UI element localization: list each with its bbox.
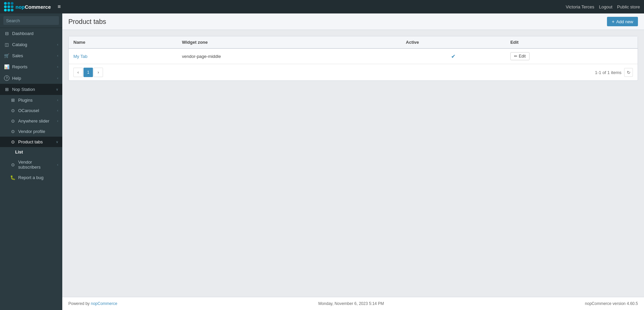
menu-toggle-button[interactable]: ≡ [56,4,63,10]
sidebar-item-dashboard[interactable]: ⊟ Dashboard [0,28,62,39]
powered-by-text: Powered by [68,301,90,306]
sidebar-item-reports-label: Reports [12,64,55,69]
catalog-arrow: ‹ [57,43,58,46]
next-page-button[interactable]: › [94,68,103,77]
topbar-right: Victoria Terces Logout Public store [566,4,640,9]
sidebar-item-help-label: Help [12,76,55,81]
nop-station-sub: ⊞ Plugins ‹ ⊙ OCarousel ‹ ⊙ Anywhere sli… [0,95,62,183]
sidebar-item-product-tabs[interactable]: ⊙ Product tabs ∨ [0,137,62,147]
vendor-subscribers-icon: ⊙ [10,162,15,167]
pagination-row: ‹ 1 › 1-1 of 1 items ↻ [69,64,638,80]
footer: Powered by nopCommerce Monday, November … [62,297,644,310]
sidebar-item-catalog[interactable]: ◫ Catalog ‹ [0,39,62,50]
anywhere-slider-icon: ⊙ [10,118,15,124]
product-tabs-label: Product tabs [18,139,43,144]
sidebar-item-list[interactable]: List [0,147,62,157]
report-bug-icon: 🐛 [10,175,15,180]
vendor-subscribers-label: Vendor subscribers [18,160,55,170]
cell-widget-zone: vendor-page-middle [177,48,401,64]
product-tabs-table: Name Widget zone Active Edit My Tab [69,36,638,64]
logo-dots [4,2,13,11]
prev-page-button[interactable]: ‹ [73,68,83,77]
logo-text: nopCommerce [15,4,51,10]
refresh-icon: ↻ [627,70,631,75]
plugins-arrow: ‹ [57,98,58,102]
catalog-icon: ◫ [4,42,9,47]
page-1-button[interactable]: 1 [83,68,93,77]
anywhere-slider-arrow: ‹ [57,119,58,123]
add-new-label: Add new [616,19,633,24]
content-area: Name Widget zone Active Edit My Tab [62,30,644,297]
search-wrap [3,16,59,25]
main-content: Product tabs + Add new Name Widget zone … [62,13,644,310]
footer-version: nopCommerce version 4.60.5 [585,301,638,306]
refresh-button[interactable]: ↻ [624,68,633,77]
row-name-link[interactable]: My Tab [73,54,88,59]
nopcommerce-link[interactable]: nopCommerce [91,301,117,306]
search-input[interactable] [3,16,59,25]
sidebar-item-report-a-bug[interactable]: 🐛 Report a bug [0,172,62,183]
logout-button[interactable]: Logout [599,4,612,9]
sidebar-item-sales[interactable]: 🛒 Sales ‹ [0,50,62,61]
page-header: Product tabs + Add new [62,13,644,30]
table-wrap: Name Widget zone Active Edit My Tab [69,36,638,64]
col-edit: Edit [506,36,638,48]
dashboard-icon: ⊟ [4,31,9,36]
layout: ⊟ Dashboard ◫ Catalog ‹ 🛒 Sales ‹ 📊 Repo… [0,13,644,310]
sidebar-item-vendor-profile[interactable]: ⊙ Vendor profile [0,126,62,137]
cell-edit: ✏ Edit [506,48,638,64]
edit-pencil-icon: ✏ [514,54,517,59]
add-new-button[interactable]: + Add new [607,17,638,26]
col-name: Name [69,36,177,48]
table-header: Name Widget zone Active Edit [69,36,638,48]
plugins-icon: ⊞ [10,98,15,103]
sidebar-item-plugins[interactable]: ⊞ Plugins ‹ [0,95,62,105]
add-new-icon: + [612,19,614,24]
vendor-subscribers-arrow: ‹ [57,163,58,167]
pagination-info: 1-1 of 1 items ↻ [595,68,633,77]
sidebar-item-nop-station[interactable]: ⊞ Nop Station ∨ [0,84,62,95]
sidebar-navigation: ⊟ Dashboard ◫ Catalog ‹ 🛒 Sales ‹ 📊 Repo… [0,28,62,310]
vendor-profile-label: Vendor profile [18,129,45,134]
username-label: Victoria Terces [566,4,595,9]
topbar: nopCommerce ≡ Victoria Terces Logout Pub… [0,0,644,13]
sales-icon: 🛒 [4,53,9,58]
sidebar-item-help[interactable]: ? Help ‹ [0,72,62,84]
product-tabs-icon: ⊙ [10,139,15,144]
sales-arrow: ‹ [57,54,58,58]
ocarousel-label: OCarousel [18,108,39,113]
edit-label: Edit [519,54,526,59]
sidebar: ⊟ Dashboard ◫ Catalog ‹ 🛒 Sales ‹ 📊 Repo… [0,13,62,310]
list-label: List [15,149,23,154]
report-a-bug-label: Report a bug [18,175,43,180]
product-tabs-arrow: ∨ [56,140,58,144]
sidebar-item-sales-label: Sales [12,53,55,58]
help-icon: ? [4,75,9,81]
footer-datetime: Monday, November 6, 2023 5:14 PM [318,301,384,306]
pagination-text: 1-1 of 1 items [595,70,621,75]
vendor-profile-icon: ⊙ [10,129,15,134]
active-check-icon: ✔ [451,54,455,59]
public-store-button[interactable]: Public store [617,4,640,9]
sidebar-item-catalog-label: Catalog [12,42,55,47]
logo[interactable]: nopCommerce [4,2,51,11]
footer-left: Powered by nopCommerce [68,301,117,306]
sidebar-item-reports[interactable]: 📊 Reports ‹ [0,61,62,72]
ocarousel-arrow: ‹ [57,109,58,112]
sidebar-search-area [0,13,62,28]
ocarousel-icon: ⊙ [10,108,15,113]
sidebar-item-ocarousel[interactable]: ⊙ OCarousel ‹ [0,105,62,116]
sidebar-item-nop-station-label: Nop Station [12,87,53,92]
anywhere-slider-label: Anywhere slider [18,118,49,124]
cell-name: My Tab [69,48,177,64]
nop-station-arrow: ∨ [56,88,58,91]
sidebar-item-vendor-subscribers[interactable]: ⊙ Vendor subscribers ‹ [0,157,62,172]
sidebar-item-anywhere-slider[interactable]: ⊙ Anywhere slider ‹ [0,116,62,126]
reports-icon: 📊 [4,64,9,69]
edit-button[interactable]: ✏ Edit [510,52,530,60]
table-row: My Tab vendor-page-middle ✔ ✏ Edit [69,48,638,64]
col-active: Active [401,36,506,48]
data-card: Name Widget zone Active Edit My Tab [68,36,638,81]
plugins-label: Plugins [18,98,33,103]
pagination-controls: ‹ 1 › [73,68,103,77]
